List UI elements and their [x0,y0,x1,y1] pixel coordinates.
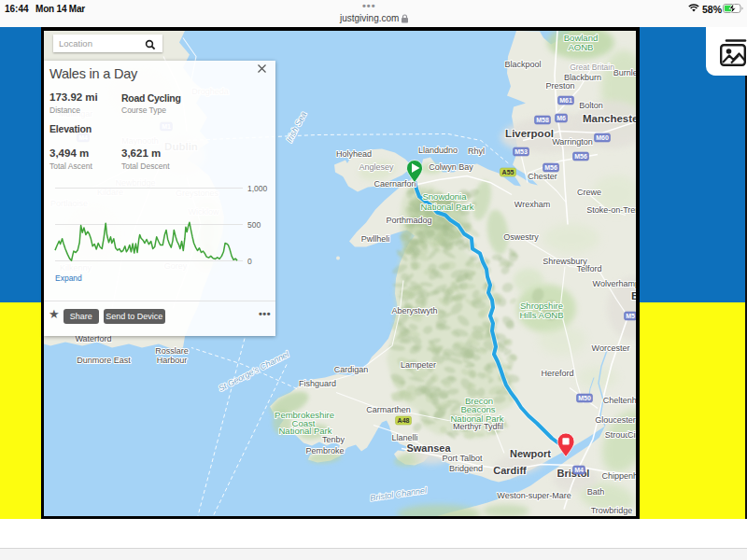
svg-text:Tenby: Tenby [322,434,345,443]
svg-text:Blackpool: Blackpool [504,59,541,68]
svg-text:Anglesey: Anglesey [359,161,394,171]
svg-text:Snowdonia: Snowdonia [422,190,467,201]
svg-text:Hills AONB: Hills AONB [520,309,564,319]
svg-text:AONB: AONB [569,41,594,51]
svg-text:M56: M56 [544,164,557,171]
svg-text:Trowbridge: Trowbridge [591,505,633,514]
svg-text:Stroud: Stroud [605,429,630,439]
svg-text:Aberystwyth: Aberystwyth [391,305,437,315]
svg-text:M4: M4 [574,467,584,473]
svg-text:Newport: Newport [510,447,551,458]
svg-text:Wrexham: Wrexham [514,199,550,208]
svg-text:Port Talbot: Port Talbot [443,453,483,462]
svg-text:Oswestry: Oswestry [503,231,539,241]
svg-text:Cheltenham: Cheltenham [603,395,636,404]
svg-text:Telford: Telford [576,263,601,273]
svg-text:Hereford: Hereford [541,368,573,377]
svg-text:M56: M56 [574,153,587,160]
svg-text:Preston: Preston [545,80,574,90]
svg-text:M6: M6 [557,115,566,121]
svg-text:National Park: National Park [450,413,503,423]
svg-text:Rhyl: Rhyl [468,146,485,155]
svg-text:Gloucester: Gloucester [595,414,636,424]
svg-text:Crewe: Crewe [577,187,601,196]
svg-text:Chippenham: Chippenham [601,470,636,480]
svg-text:Liverpool: Liverpool [505,127,554,138]
svg-text:Caernarfon: Caernarfon [374,178,416,188]
svg-text:Weston-super-Mare: Weston-super-Mare [497,490,571,499]
svg-text:M5: M5 [626,313,635,319]
svg-text:Bolton: Bolton [579,100,603,109]
svg-text:M61: M61 [559,97,572,104]
svg-text:Fishguard: Fishguard [299,378,336,387]
svg-text:Dunmore East: Dunmore East [77,355,131,364]
svg-text:Birmingham: Birmingham [631,289,636,301]
svg-text:M58: M58 [536,117,549,123]
svg-text:Cirencester: Cirencester [627,429,636,439]
svg-text:Manchester: Manchester [583,112,636,123]
svg-text:Lampeter: Lampeter [401,359,436,369]
svg-text:Bridgend: Bridgend [449,463,483,472]
svg-text:Cardiff: Cardiff [493,464,527,475]
svg-text:Bath: Bath [587,486,605,496]
svg-text:Great Britain: Great Britain [570,62,614,71]
svg-text:Worcester: Worcester [592,343,630,352]
svg-text:M60: M60 [596,134,609,141]
svg-text:A48: A48 [398,417,410,424]
svg-text:Wolverhampton: Wolverhampton [593,278,636,287]
svg-text:National Park: National Park [278,426,331,436]
svg-text:Harbour: Harbour [157,355,188,364]
svg-text:National Park: National Park [420,201,473,211]
svg-text:Porthmadog: Porthmadog [386,215,431,224]
svg-text:Pwllheli: Pwllheli [361,233,390,243]
svg-text:Warrington: Warrington [552,136,593,146]
svg-text:Stoke-on-Trent: Stoke-on-Trent [586,204,636,214]
svg-text:M50: M50 [578,395,591,401]
svg-text:A55: A55 [502,169,514,175]
svg-text:Chester: Chester [528,171,557,180]
svg-text:Blackburn: Blackburn [564,72,601,81]
svg-text:Swansea: Swansea [406,441,451,453]
svg-text:Llanelli: Llanelli [391,432,417,441]
svg-text:Pembroke: Pembroke [305,445,344,455]
svg-text:Llandudno: Llandudno [418,145,458,154]
svg-text:M53: M53 [514,148,528,155]
svg-text:Rosslare: Rosslare [155,345,189,355]
svg-text:Colwyn Bay: Colwyn Bay [429,161,473,171]
svg-text:Cardigan: Cardigan [334,364,369,373]
svg-text:Holyhead: Holyhead [336,148,372,158]
svg-text:Carmarthen: Carmarthen [366,404,411,413]
svg-text:Burnley: Burnley [613,67,636,77]
